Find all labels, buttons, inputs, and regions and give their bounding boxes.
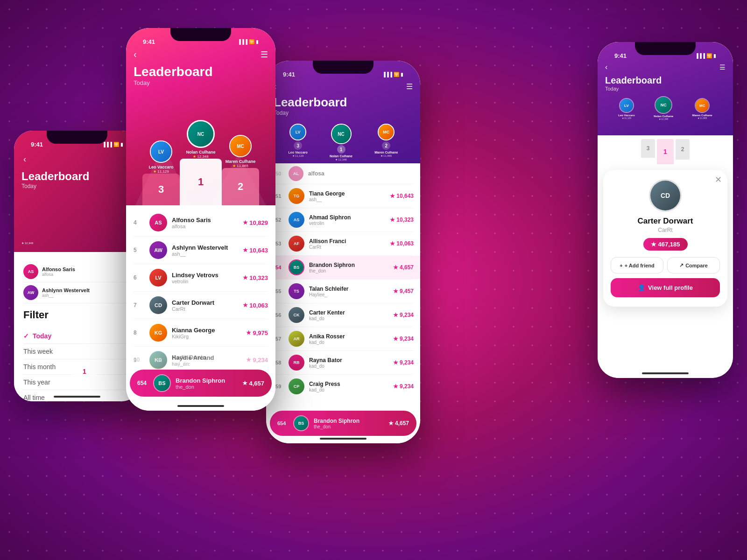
ss-654-3b: ★ xyxy=(388,420,394,427)
avatar-652: AS xyxy=(289,212,304,228)
signal-icon: ▐▐▐ xyxy=(102,142,112,147)
back-button-4[interactable]: ‹ xyxy=(605,63,607,71)
list-item-p3-651[interactable]: 651 TG Tiana George ash__ ★10,643 xyxy=(266,184,420,208)
stand-1-4: 1 xyxy=(657,139,674,164)
avatar-654-3b: BS xyxy=(293,415,309,431)
battery-icon-4: ▮ xyxy=(713,53,716,58)
score-4: ★10,829 xyxy=(243,219,268,226)
list-item-4[interactable]: 4 AS Alfonso Saris alfosa ★10,829 xyxy=(126,209,275,236)
username-5: ash__ xyxy=(172,251,243,257)
phones-container: 9:41 ▐▐▐ 🛜 ▮ ‹ Leaderboard Today LV Leo … xyxy=(0,0,747,560)
podium-stand-3: 3 xyxy=(142,174,180,205)
score-star-4: ★ xyxy=(243,219,248,226)
ss-655: ★ xyxy=(393,288,398,294)
list-item-p3-656[interactable]: 656 CK Carter Kenter kad_do ★9,234 xyxy=(266,303,420,327)
score-659: ★9,234 xyxy=(393,383,414,390)
name-657: Anika Rosser xyxy=(309,333,393,340)
add-friend-icon: + xyxy=(620,263,622,268)
name-6: Lindsey Vetrovs xyxy=(172,272,243,279)
list-item-p3-654[interactable]: 654 BS Brandon Siphron the_don ★4,657 xyxy=(266,256,420,279)
p4-col-3: LV Leo Vaccaro ★11,129 xyxy=(618,98,634,122)
wifi-icon: 🛜 xyxy=(113,142,119,147)
podium-name-1: Nolan Culhane xyxy=(186,150,215,154)
p3-name-3: Leo Vaccaro xyxy=(289,151,308,154)
phone-notch-3 xyxy=(313,61,374,74)
home-indicator-4 xyxy=(642,372,689,374)
home-indicator-3 xyxy=(320,438,366,440)
score-star-8: ★ xyxy=(246,329,251,336)
name-653: Allison Franci xyxy=(309,238,390,245)
add-friend-button[interactable]: + + Add friend xyxy=(611,257,663,273)
list-item-10[interactable]: 10 KD Kadir Donin kad_do ★9,234 xyxy=(126,346,275,373)
p4-col-1: NC Nolan Culhane ★12,348 xyxy=(654,96,673,120)
list-item-p3-653[interactable]: 653 AF Allison Franci CarRt ★10,063 xyxy=(266,232,420,255)
p4-score-1: ★12,348 xyxy=(659,118,668,120)
info-659: Craig Press kad_do xyxy=(309,381,393,392)
view-profile-button[interactable]: 👤 View full profile xyxy=(611,278,720,297)
wifi-icon-3: 🛜 xyxy=(394,72,399,77)
list-item-p3-659[interactable]: 659 CP Craig Press kad_do ★9,234 xyxy=(266,375,420,398)
phone-list: 9:41 ▐▐▐ 🛜 ▮ ‹ ☰ Leaderboard Today LV 3 … xyxy=(266,61,420,443)
podium-col-2: MC Maren Culhane ★ 11,865 2 xyxy=(222,135,259,205)
rank-7: 7 xyxy=(134,302,145,308)
star-icon-1: ★ xyxy=(193,154,196,159)
p3-badge-3: 3 xyxy=(294,141,302,150)
list-item-p3-658[interactable]: 658 RB Rayna Bator kad_do ★9,234 xyxy=(266,351,420,374)
leaderboard-list-3: 650 AL alfosa 651 TG Tiana George ash__ … xyxy=(266,163,420,443)
profile-score-badge: ★ 467,185 xyxy=(643,238,688,251)
podium-3-name: Leo Vaccaro xyxy=(14,131,20,242)
info-656: Carter Kenter kad_do xyxy=(309,309,393,321)
score-654-3: ★4,657 xyxy=(393,264,414,271)
avatar-656: CK xyxy=(289,307,304,323)
status-icons-4: ▐▐▐ 🛜 ▮ xyxy=(695,53,716,58)
p3-score-3: ★11,129 xyxy=(292,154,303,157)
list-item-p3-654-bottom[interactable]: 654 BS Brandon Siphron the_don ★4,657 xyxy=(270,411,416,436)
name-654-pinned: Brandon Siphron xyxy=(176,377,242,384)
score-star-5: ★ xyxy=(243,247,248,253)
rank-654-3b: 654 xyxy=(277,420,289,426)
info-653: Allison Franci CarRt xyxy=(309,238,390,250)
p3-av-2: MC xyxy=(378,124,395,140)
name-655: Talan Schleifer xyxy=(309,286,393,292)
p4-av-1: NC xyxy=(655,96,672,114)
avatar-top-partial: AL xyxy=(289,166,303,181)
username-653: CarRt xyxy=(309,245,390,250)
back-button-2[interactable]: ‹ xyxy=(134,49,137,60)
p4-score-3: ★11,129 xyxy=(622,117,631,119)
person-icon: 👤 xyxy=(638,284,645,291)
info-10: Kadir Donin kad_do xyxy=(172,354,246,366)
list-item-p3-657[interactable]: 657 AR Anika Rosser kad_do ★9,234 xyxy=(266,327,420,350)
profile-avatar: CD xyxy=(649,179,682,212)
list-item-p3-652[interactable]: 652 AS Ahmad Siphron vetrolin ★10,323 xyxy=(266,208,420,231)
profile-body: 3 1 2 ✕ CD Carter Dorwart CarRt ★ xyxy=(598,135,733,378)
list-item-p3-top[interactable]: 650 AL alfosa xyxy=(266,163,420,184)
podium-name-3: Leo Vaccaro xyxy=(148,165,173,169)
username-655: Hayliee_ xyxy=(309,292,393,297)
username-654-pinned: the_don xyxy=(176,384,242,390)
list-item-5[interactable]: 5 AW Ashlynn Westervelt ash__ ★10,643 xyxy=(126,237,275,264)
list-item-654-pinned[interactable]: 654 BS Brandon Siphron the_don ★4,657 xyxy=(130,370,272,397)
profile-card: ✕ CD Carter Dorwart CarRt ★ 467,185 + + … xyxy=(603,170,727,307)
compare-button[interactable]: ↗ Compare xyxy=(667,257,720,273)
status-time-3: 9:41 xyxy=(283,71,295,78)
list-item-p3-655[interactable]: 655 TS Talan Schleifer Hayliee_ ★9,457 xyxy=(266,280,420,303)
battery-icon-2: ▮ xyxy=(256,39,259,44)
info-651: Tiana George ash__ xyxy=(309,190,390,202)
top-3-col-3: LV 3 Leo Vaccaro ★11,129 xyxy=(289,124,308,161)
filter-button-3[interactable]: ☰ xyxy=(406,82,413,91)
info-5: Ashlynn Westervelt ash__ xyxy=(172,244,243,257)
filter-button-4[interactable]: ☰ xyxy=(719,63,726,71)
score-654-pinned: ★4,657 xyxy=(242,380,264,387)
close-button[interactable]: ✕ xyxy=(715,175,722,184)
username-8: KikiGrg xyxy=(172,334,246,339)
list-item-8[interactable]: 8 KG Kianna George KikiGrg ★9,975 xyxy=(126,319,275,346)
ss-654-3: ★ xyxy=(393,264,398,271)
list-item-6[interactable]: 6 LV Lindsey Vetrovs vetrolin ★10,323 xyxy=(126,264,275,291)
rank-4: 4 xyxy=(134,219,145,226)
avatar-653: AF xyxy=(289,236,304,252)
filter-button[interactable]: ☰ xyxy=(261,49,268,60)
list-item-7[interactable]: 7 CD Carter Dorwart CarRt ★10,063 xyxy=(126,292,275,319)
score-star-10: ★ xyxy=(246,357,251,363)
avatar-654-pinned: BS xyxy=(153,374,171,392)
phone-profile: 9:41 ▐▐▐ 🛜 ▮ ‹ ☰ Leaderboard Today LV Le… xyxy=(598,42,733,378)
